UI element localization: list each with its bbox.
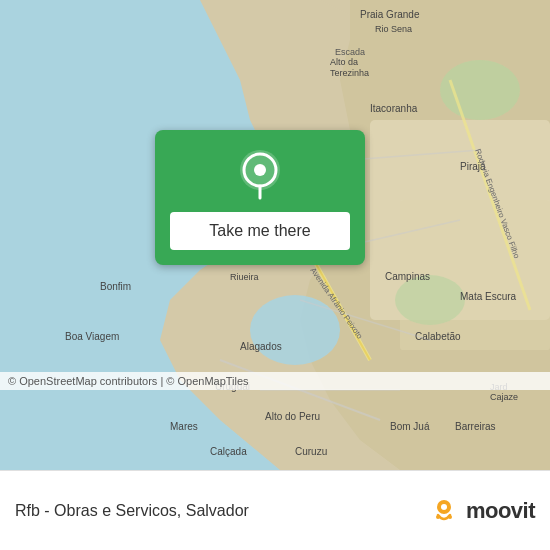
svg-point-43: [254, 164, 266, 176]
svg-text:Rio Sena: Rio Sena: [375, 24, 412, 34]
moovit-brand-icon: [428, 495, 460, 527]
svg-text:Riueira: Riueira: [230, 272, 259, 282]
svg-text:Itacoranha: Itacoranha: [370, 103, 418, 114]
svg-text:Calabetão: Calabetão: [415, 331, 461, 342]
bottom-bar: Rfb - Obras e Servicos, Salvador moovit: [0, 470, 550, 550]
moovit-logo: moovit: [428, 495, 535, 527]
svg-text:Mares: Mares: [170, 421, 198, 432]
location-card: Take me there: [155, 130, 365, 265]
svg-text:Mata Escura: Mata Escura: [460, 291, 517, 302]
moovit-brand-text: moovit: [466, 498, 535, 524]
attribution-text: © OpenStreetMap contributors | © OpenMap…: [8, 375, 249, 387]
svg-text:Barreiras: Barreiras: [455, 421, 496, 432]
svg-text:Alto da: Alto da: [330, 57, 358, 67]
svg-text:Praia Grande: Praia Grande: [360, 9, 420, 20]
svg-text:Curuzu: Curuzu: [295, 446, 327, 457]
take-me-there-button[interactable]: Take me there: [170, 212, 350, 250]
svg-text:Campinas: Campinas: [385, 271, 430, 282]
map-container: Praia Grande Rio Sena Alto da Terezinha …: [0, 0, 550, 470]
svg-text:Boa Viagem: Boa Viagem: [65, 331, 119, 342]
svg-text:Alagados: Alagados: [240, 341, 282, 352]
svg-point-7: [250, 295, 340, 365]
svg-text:Escada: Escada: [335, 47, 365, 57]
svg-text:Alto do Peru: Alto do Peru: [265, 411, 320, 422]
svg-point-47: [448, 515, 452, 519]
svg-point-45: [441, 504, 447, 510]
svg-text:Cajaze: Cajaze: [490, 392, 518, 402]
svg-text:Terezinha: Terezinha: [330, 68, 369, 78]
svg-text:Bonfim: Bonfim: [100, 281, 131, 292]
svg-text:Calçada: Calçada: [210, 446, 247, 457]
svg-point-46: [436, 515, 440, 519]
attribution-bar: © OpenStreetMap contributors | © OpenMap…: [0, 372, 550, 390]
svg-text:Bom Juá: Bom Juá: [390, 421, 430, 432]
svg-point-6: [395, 275, 465, 325]
pin-icon: [235, 150, 285, 200]
location-name: Rfb - Obras e Servicos, Salvador: [15, 502, 249, 520]
